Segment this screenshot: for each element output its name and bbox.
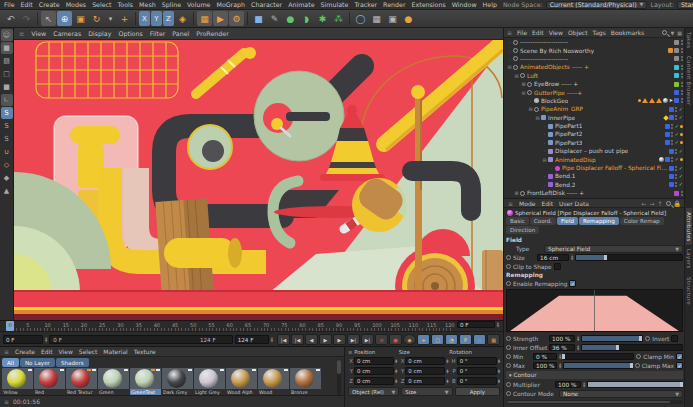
menu-file[interactable]: File <box>4 1 15 8</box>
object-row[interactable]: ·Pipe Displacer Falloff - Spherical Fiel… <box>504 164 685 172</box>
object-name[interactable]: Scene By Rich Nosworthy <box>520 48 594 54</box>
expander-icon[interactable]: · <box>506 56 513 62</box>
viewport-menu-prorender[interactable]: ProRender <box>196 30 228 37</box>
locked-workplane-icon[interactable]: ◆ <box>1 172 13 184</box>
anim-dot-icon[interactable] <box>506 281 511 286</box>
render-region-icon[interactable]: ▶ <box>213 11 228 26</box>
material-menu-view[interactable]: View <box>59 348 73 355</box>
tab-basic[interactable]: Basic <box>506 217 529 225</box>
viewport-menu-panel[interactable]: Panel <box>172 30 189 37</box>
visibility-dots[interactable] <box>680 48 683 53</box>
menu-render[interactable]: Render <box>383 1 405 8</box>
frame-field[interactable]: 0 F <box>3 335 43 344</box>
enabled-check-icon[interactable]: ✓ <box>679 166 683 171</box>
object-name[interactable]: PipeAnim_GRP <box>541 106 583 112</box>
am-menu-mode[interactable]: Mode <box>519 200 535 207</box>
material-scrollbar[interactable] <box>337 359 341 397</box>
max-spinner[interactable]: ▲▼ <box>559 363 561 368</box>
status-menu-icon[interactable]: ≡ <box>4 398 9 405</box>
layer-color-swatch[interactable] <box>665 157 670 162</box>
undo-icon[interactable]: ↶ <box>3 11 18 26</box>
expander-icon[interactable]: · <box>541 123 548 129</box>
anim-dot-icon[interactable] <box>506 345 511 350</box>
object-name[interactable]: Bend.1 <box>555 173 575 179</box>
om-panel-icon[interactable]: ▦ <box>677 30 682 36</box>
layer-color-swatch[interactable] <box>665 124 670 129</box>
expander-icon[interactable]: ⊟ <box>527 106 534 112</box>
object-name[interactable]: ----------------------- <box>520 39 568 45</box>
layer-color-swatch[interactable] <box>674 191 679 196</box>
tab-direction[interactable]: Direction <box>506 226 539 234</box>
filter-all[interactable]: All <box>2 358 19 367</box>
am-menu-user-data[interactable]: User Data <box>559 200 589 207</box>
enabled-check-icon[interactable]: ✓ <box>675 157 679 162</box>
remap-curve-graph[interactable] <box>506 289 683 332</box>
menu-extensions[interactable]: Extensions <box>412 1 446 8</box>
object-name[interactable]: Luft <box>527 73 538 79</box>
object-row[interactable]: ·PipePart1✓ <box>504 122 685 130</box>
visibility-dots[interactable] <box>671 132 674 137</box>
z-axis-lock-icon[interactable]: Z <box>163 11 174 26</box>
object-row[interactable]: ·PipePart2✓ <box>504 130 685 138</box>
viewport-menu-view[interactable]: View <box>31 30 46 37</box>
object-name[interactable]: Bend.2 <box>555 182 575 188</box>
size-field[interactable]: 16 cm <box>537 254 569 261</box>
enabled-check-icon[interactable]: ✓ <box>679 149 683 154</box>
live-selection-icon[interactable]: ↖ <box>41 11 56 26</box>
side-tab-content-browser[interactable]: Content Browser <box>686 52 692 110</box>
filter-no-layer[interactable]: No Layer <box>20 358 55 367</box>
anim-dot-icon[interactable] <box>506 354 511 359</box>
enable-remapping-checkbox[interactable]: ✓ <box>569 280 576 287</box>
y-axis-lock-icon[interactable]: Y <box>151 11 162 26</box>
type-dropdown[interactable]: Spherical Field▼ <box>544 245 683 253</box>
goto-start-button[interactable]: |◀ <box>277 334 290 345</box>
layer-color-swatch[interactable] <box>674 48 679 53</box>
side-tab-layers[interactable]: Layers <box>686 245 692 273</box>
object-name[interactable]: PipePart2 <box>555 131 582 137</box>
layer-color-swatch[interactable] <box>669 166 674 171</box>
rotation-spinner[interactable]: ▲▼ <box>498 359 500 364</box>
inner-offset-spinner[interactable]: ▲▼ <box>577 345 579 350</box>
node-space-dropdown[interactable]: Current (Standard/Physical)▼ <box>546 1 648 9</box>
layer-color-swatch[interactable] <box>674 98 679 103</box>
visibility-dots[interactable] <box>671 140 674 145</box>
min-spinner[interactable]: ▲▼ <box>559 354 561 359</box>
visibility-dots[interactable] <box>680 98 683 103</box>
preview-range-slider[interactable]: 0 F 124 F <box>49 335 232 344</box>
expander-icon[interactable]: ⊟ <box>520 90 527 96</box>
keyframe-icon[interactable]: ◆ <box>403 334 416 345</box>
anim-dot-icon[interactable] <box>645 336 650 341</box>
layer-color-swatch[interactable] <box>669 115 674 120</box>
side-tab-structure[interactable]: Structure <box>686 273 692 309</box>
tab-coord[interactable]: Coord. <box>530 217 556 225</box>
am-search-icon[interactable] <box>666 201 671 206</box>
key-rotation-icon[interactable]: ◔ <box>445 334 458 345</box>
size-value-field[interactable]: 0 cm <box>405 377 445 385</box>
position-spinner[interactable]: ▲▼ <box>395 379 397 384</box>
menu-edit[interactable]: Edit <box>21 1 33 8</box>
move-tool-icon[interactable]: ⊕ <box>57 11 72 26</box>
anim-dot-icon[interactable] <box>636 354 641 359</box>
expander-icon[interactable]: · <box>541 173 548 179</box>
viewport-menu-filter[interactable]: Filter <box>150 30 166 37</box>
multiplier-field[interactable]: 100 % <box>555 381 581 388</box>
layer-color-swatch[interactable] <box>669 107 674 112</box>
multiplier-slider[interactable] <box>587 381 683 388</box>
object-name[interactable]: GutterPipe -----+ <box>534 90 582 96</box>
multiplier-spinner[interactable]: ▲▼ <box>583 382 585 387</box>
object-row[interactable]: ·Bend.1✓ <box>504 172 685 180</box>
expander-icon[interactable]: ⊞ <box>513 190 520 196</box>
object-name[interactable]: FrontLeftDisk ----- + <box>527 190 584 196</box>
light-icon[interactable]: ● <box>401 11 416 26</box>
min-field[interactable]: 0 % <box>533 353 557 360</box>
om-menu-edit[interactable]: Edit <box>532 29 544 36</box>
history-back-icon[interactable]: ← <box>641 200 646 207</box>
menu-tracker[interactable]: Tracker <box>354 1 377 8</box>
object-name[interactable]: Displacer – push out pipe <box>555 148 628 154</box>
deformer-icon[interactable]: ◗ <box>299 11 314 26</box>
material-swatch[interactable]: Red Textur <box>66 368 97 396</box>
anim-dot-icon[interactable] <box>506 391 511 396</box>
generator-icon[interactable]: ✱ <box>315 11 330 26</box>
material-menu-select[interactable]: Select <box>79 348 98 355</box>
object-name[interactable]: AnimatedDisp <box>555 157 596 163</box>
